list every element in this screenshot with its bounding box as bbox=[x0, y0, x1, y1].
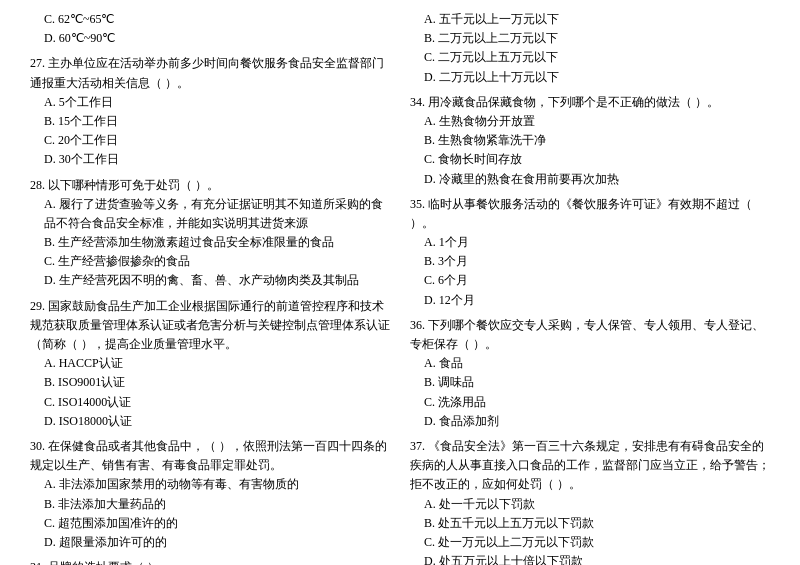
q30-opt-b: B. 非法添加大量药品的 bbox=[30, 495, 390, 514]
q33-opt-b: B. 二万元以上二万元以下 bbox=[410, 29, 770, 48]
q31-text: 31. 品牌的选址要求（ ）。 bbox=[30, 558, 390, 565]
q29-opt-d: D. ISO18000认证 bbox=[30, 412, 390, 431]
q27-opt-d: D. 30个工作日 bbox=[30, 150, 390, 169]
q36-opt-a: A. 食品 bbox=[410, 354, 770, 373]
q27-opt-c: C. 20个工作日 bbox=[30, 131, 390, 150]
q28-opt-d: D. 生产经营死因不明的禽、畜、兽、水产动物肉类及其制品 bbox=[30, 271, 390, 290]
question-30: 30. 在保健食品或者其他食品中，（ ），依照刑法第一百四十四条的规定以生产、销… bbox=[30, 437, 390, 552]
q37-opt-c: C. 处一万元以上二万元以下罚款 bbox=[410, 533, 770, 552]
q28-opt-c: C. 生产经营掺假掺杂的食品 bbox=[30, 252, 390, 271]
question-37: 37. 《食品安全法》第一百三十六条规定，安排患有有碍食品安全的疾病的人从事直接… bbox=[410, 437, 770, 565]
q29-opt-c: C. ISO14000认证 bbox=[30, 393, 390, 412]
question-29: 29. 国家鼓励食品生产加工企业根据国际通行的前道管控程序和技术规范获取质量管理… bbox=[30, 297, 390, 431]
q35-opt-c: C. 6个月 bbox=[410, 271, 770, 290]
q36-text: 36. 下列哪个餐饮应交专人采购，专人保管、专人领用、专人登记、专柜保存（ ）。 bbox=[410, 316, 770, 354]
q35-opt-a: A. 1个月 bbox=[410, 233, 770, 252]
q33-options-right: A. 五千元以上一万元以下 B. 二万元以上二万元以下 C. 二万元以上五万元以… bbox=[410, 10, 770, 87]
q37-text: 37. 《食品安全法》第一百三十六条规定，安排患有有碍食品安全的疾病的人从事直接… bbox=[410, 437, 770, 495]
q34-opt-d: D. 冷藏里的熟食在食用前要再次加热 bbox=[410, 170, 770, 189]
q30-text: 30. 在保健食品或者其他食品中，（ ），依照刑法第一百四十四条的规定以生产、销… bbox=[30, 437, 390, 475]
q37-opt-a: A. 处一千元以下罚款 bbox=[410, 495, 770, 514]
q36-opt-b: B. 调味品 bbox=[410, 373, 770, 392]
q28-text: 28. 以下哪种情形可免于处罚（ ）。 bbox=[30, 176, 390, 195]
left-column: C. 62℃~65℃ D. 60℃~90℃ 27. 主办单位应在活动举办前多少时… bbox=[30, 10, 390, 565]
main-content: C. 62℃~65℃ D. 60℃~90℃ 27. 主办单位应在活动举办前多少时… bbox=[30, 10, 770, 565]
question-27: 27. 主办单位应在活动举办前多少时间向餐饮服务食品安全监督部门通报重大活动相关… bbox=[30, 54, 390, 169]
q30-opt-a: A. 非法添加国家禁用的动物等有毒、有害物质的 bbox=[30, 475, 390, 494]
option-d: D. 60℃~90℃ bbox=[30, 29, 390, 48]
q33-opt-d: D. 二万元以上十万元以下 bbox=[410, 68, 770, 87]
q28-opt-b: B. 生产经营添加生物激素超过食品安全标准限量的食品 bbox=[30, 233, 390, 252]
question-31: 31. 品牌的选址要求（ ）。 A. 餐饮服务提供者在其餐饮主经营者场所内或附近… bbox=[30, 558, 390, 565]
q35-opt-d: D. 12个月 bbox=[410, 291, 770, 310]
q28-opt-a: A. 履行了进货查验等义务，有充分证据证明其不知道所采购的食品不符合食品安全标准… bbox=[30, 195, 390, 233]
q36-opt-d: D. 食品添加剂 bbox=[410, 412, 770, 431]
page-container: C. 62℃~65℃ D. 60℃~90℃ 27. 主办单位应在活动举办前多少时… bbox=[30, 10, 770, 565]
q33-opt-c: C. 二万元以上五万元以下 bbox=[410, 48, 770, 67]
question-35: 35. 临时从事餐饮服务活动的《餐饮服务许可证》有效期不超过（ ）。 A. 1个… bbox=[410, 195, 770, 310]
q37-opt-d: D. 处五万元以上十倍以下罚款 bbox=[410, 552, 770, 565]
q27-opt-b: B. 15个工作日 bbox=[30, 112, 390, 131]
q36-opt-c: C. 洗涤用品 bbox=[410, 393, 770, 412]
q37-opt-b: B. 处五千元以上五万元以下罚款 bbox=[410, 514, 770, 533]
q30-opt-c: C. 超范围添加国准许的的 bbox=[30, 514, 390, 533]
q27-text: 27. 主办单位应在活动举办前多少时间向餐饮服务食品安全监督部门通报重大活动相关… bbox=[30, 54, 390, 92]
q29-opt-a: A. HACCP认证 bbox=[30, 354, 390, 373]
question-block-c: C. 62℃~65℃ D. 60℃~90℃ bbox=[30, 10, 390, 48]
q27-opt-a: A. 5个工作日 bbox=[30, 93, 390, 112]
q33-opt-a: A. 五千元以上一万元以下 bbox=[410, 10, 770, 29]
question-36: 36. 下列哪个餐饮应交专人采购，专人保管、专人领用、专人登记、专柜保存（ ）。… bbox=[410, 316, 770, 431]
question-28: 28. 以下哪种情形可免于处罚（ ）。 A. 履行了进货查验等义务，有充分证据证… bbox=[30, 176, 390, 291]
q34-opt-c: C. 食物长时间存放 bbox=[410, 150, 770, 169]
question-34: 34. 用冷藏食品保藏食物，下列哪个是不正确的做法（ ）。 A. 生熟食物分开放… bbox=[410, 93, 770, 189]
q34-opt-a: A. 生熟食物分开放置 bbox=[410, 112, 770, 131]
q34-opt-b: B. 生熟食物紧靠洗干净 bbox=[410, 131, 770, 150]
right-column: A. 五千元以上一万元以下 B. 二万元以上二万元以下 C. 二万元以上五万元以… bbox=[410, 10, 770, 565]
q29-opt-b: B. ISO9001认证 bbox=[30, 373, 390, 392]
q34-text: 34. 用冷藏食品保藏食物，下列哪个是不正确的做法（ ）。 bbox=[410, 93, 770, 112]
q35-opt-b: B. 3个月 bbox=[410, 252, 770, 271]
q30-opt-d: D. 超限量添加许可的的 bbox=[30, 533, 390, 552]
option-c: C. 62℃~65℃ bbox=[30, 10, 390, 29]
q35-text: 35. 临时从事餐饮服务活动的《餐饮服务许可证》有效期不超过（ ）。 bbox=[410, 195, 770, 233]
q29-text: 29. 国家鼓励食品生产加工企业根据国际通行的前道管控程序和技术规范获取质量管理… bbox=[30, 297, 390, 355]
